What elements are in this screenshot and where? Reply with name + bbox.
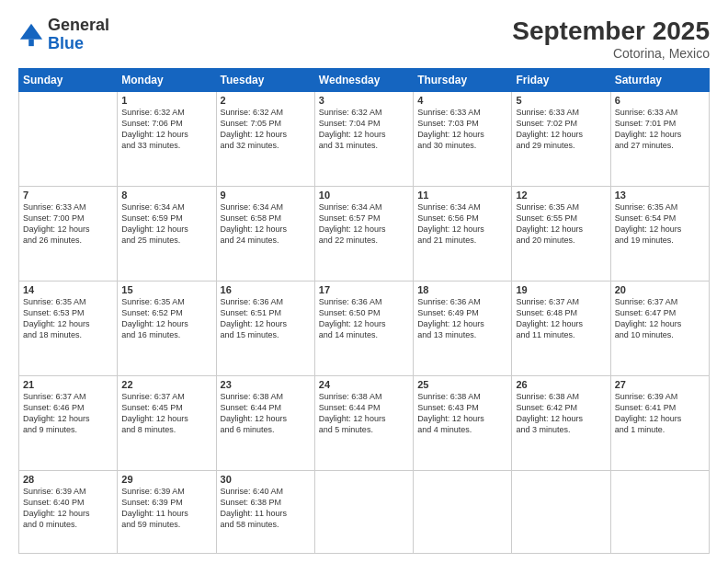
day-info: Sunrise: 6:38 AM Sunset: 6:43 PM Dayligh… — [417, 391, 507, 436]
day-cell — [512, 470, 610, 553]
col-header-wednesday: Wednesday — [314, 69, 413, 92]
day-info: Sunrise: 6:37 AM Sunset: 6:45 PM Dayligh… — [121, 391, 211, 436]
day-info: Sunrise: 6:34 AM Sunset: 6:59 PM Dayligh… — [121, 201, 211, 247]
day-info: Sunrise: 6:37 AM Sunset: 6:48 PM Dayligh… — [516, 296, 606, 341]
day-cell: 20Sunrise: 6:37 AM Sunset: 6:47 PM Dayli… — [610, 281, 709, 375]
day-number: 26 — [516, 379, 606, 390]
logo-blue: Blue — [48, 34, 84, 52]
day-info: Sunrise: 6:39 AM Sunset: 6:40 PM Dayligh… — [23, 486, 113, 531]
day-cell: 26Sunrise: 6:38 AM Sunset: 6:42 PM Dayli… — [512, 375, 610, 470]
day-number: 9 — [221, 190, 311, 201]
col-header-sunday: Sunday — [19, 69, 118, 92]
day-cell: 7Sunrise: 6:33 AM Sunset: 7:00 PM Daylig… — [19, 186, 118, 281]
svg-rect-1 — [28, 39, 34, 45]
day-info: Sunrise: 6:37 AM Sunset: 6:46 PM Dayligh… — [23, 391, 113, 436]
day-cell: 29Sunrise: 6:39 AM Sunset: 6:39 PM Dayli… — [118, 470, 216, 553]
day-cell: 15Sunrise: 6:35 AM Sunset: 6:52 PM Dayli… — [118, 281, 216, 375]
week-row-1: 1Sunrise: 6:32 AM Sunset: 7:06 PM Daylig… — [19, 92, 710, 187]
day-number: 18 — [417, 284, 507, 295]
week-row-3: 14Sunrise: 6:35 AM Sunset: 6:53 PM Dayli… — [19, 281, 710, 375]
day-number: 20 — [615, 284, 705, 295]
day-info: Sunrise: 6:40 AM Sunset: 6:38 PM Dayligh… — [221, 486, 311, 531]
day-number: 14 — [23, 284, 113, 295]
day-cell: 3Sunrise: 6:32 AM Sunset: 7:04 PM Daylig… — [314, 92, 413, 187]
day-info: Sunrise: 6:35 AM Sunset: 6:54 PM Dayligh… — [615, 201, 705, 247]
day-info: Sunrise: 6:33 AM Sunset: 7:00 PM Dayligh… — [23, 201, 113, 247]
day-number: 27 — [615, 379, 705, 390]
day-info: Sunrise: 6:32 AM Sunset: 7:05 PM Dayligh… — [221, 107, 311, 152]
day-cell: 25Sunrise: 6:38 AM Sunset: 6:43 PM Dayli… — [414, 375, 512, 470]
day-info: Sunrise: 6:37 AM Sunset: 6:47 PM Dayligh… — [615, 296, 705, 341]
day-cell: 24Sunrise: 6:38 AM Sunset: 6:44 PM Dayli… — [314, 375, 413, 470]
day-cell: 4Sunrise: 6:33 AM Sunset: 7:03 PM Daylig… — [414, 92, 512, 187]
day-number: 17 — [319, 284, 409, 295]
day-number: 6 — [615, 95, 705, 106]
day-number: 3 — [319, 95, 409, 106]
day-number: 21 — [23, 379, 113, 390]
day-cell — [19, 92, 118, 187]
day-info: Sunrise: 6:36 AM Sunset: 6:49 PM Dayligh… — [417, 296, 507, 341]
day-number: 2 — [221, 95, 311, 106]
day-number: 8 — [121, 190, 211, 201]
day-cell: 5Sunrise: 6:33 AM Sunset: 7:02 PM Daylig… — [512, 92, 610, 187]
day-number: 7 — [23, 190, 113, 201]
day-number: 24 — [319, 379, 409, 390]
day-info: Sunrise: 6:33 AM Sunset: 7:01 PM Dayligh… — [615, 107, 705, 152]
day-cell: 18Sunrise: 6:36 AM Sunset: 6:49 PM Dayli… — [414, 281, 512, 375]
day-cell: 6Sunrise: 6:33 AM Sunset: 7:01 PM Daylig… — [610, 92, 709, 187]
day-number: 16 — [221, 284, 311, 295]
day-cell: 14Sunrise: 6:35 AM Sunset: 6:53 PM Dayli… — [19, 281, 118, 375]
day-cell: 8Sunrise: 6:34 AM Sunset: 6:59 PM Daylig… — [118, 186, 216, 281]
day-info: Sunrise: 6:35 AM Sunset: 6:52 PM Dayligh… — [121, 296, 211, 341]
logo-text: General Blue — [48, 17, 109, 53]
day-cell: 11Sunrise: 6:34 AM Sunset: 6:56 PM Dayli… — [414, 186, 512, 281]
day-info: Sunrise: 6:35 AM Sunset: 6:53 PM Dayligh… — [23, 296, 113, 341]
day-number: 4 — [417, 95, 507, 106]
day-cell: 23Sunrise: 6:38 AM Sunset: 6:44 PM Dayli… — [216, 375, 314, 470]
day-cell: 13Sunrise: 6:35 AM Sunset: 6:54 PM Dayli… — [610, 186, 709, 281]
day-info: Sunrise: 6:33 AM Sunset: 7:03 PM Dayligh… — [417, 107, 507, 152]
logo-icon — [18, 22, 44, 48]
day-cell: 1Sunrise: 6:32 AM Sunset: 7:06 PM Daylig… — [118, 92, 216, 187]
day-cell: 27Sunrise: 6:39 AM Sunset: 6:41 PM Dayli… — [610, 375, 709, 470]
day-info: Sunrise: 6:34 AM Sunset: 6:58 PM Dayligh… — [221, 201, 311, 247]
day-number: 1 — [121, 95, 211, 106]
day-cell — [610, 470, 709, 553]
day-cell: 9Sunrise: 6:34 AM Sunset: 6:58 PM Daylig… — [216, 186, 314, 281]
day-info: Sunrise: 6:38 AM Sunset: 6:42 PM Dayligh… — [516, 391, 606, 436]
day-cell: 2Sunrise: 6:32 AM Sunset: 7:05 PM Daylig… — [216, 92, 314, 187]
day-info: Sunrise: 6:32 AM Sunset: 7:04 PM Dayligh… — [319, 107, 409, 152]
col-header-saturday: Saturday — [610, 69, 709, 92]
day-info: Sunrise: 6:32 AM Sunset: 7:06 PM Dayligh… — [121, 107, 211, 152]
day-number: 29 — [121, 474, 211, 485]
day-cell: 17Sunrise: 6:36 AM Sunset: 6:50 PM Dayli… — [314, 281, 413, 375]
day-number: 11 — [417, 190, 507, 201]
day-info: Sunrise: 6:36 AM Sunset: 6:50 PM Dayligh… — [319, 296, 409, 341]
header-row: SundayMondayTuesdayWednesdayThursdayFrid… — [19, 69, 710, 92]
page: General Blue September 2025 Cotorina, Me… — [0, 0, 728, 563]
title-block: September 2025 Cotorina, Mexico — [512, 17, 710, 61]
day-number: 22 — [121, 379, 211, 390]
week-row-4: 21Sunrise: 6:37 AM Sunset: 6:46 PM Dayli… — [19, 375, 710, 470]
day-cell: 19Sunrise: 6:37 AM Sunset: 6:48 PM Dayli… — [512, 281, 610, 375]
day-info: Sunrise: 6:38 AM Sunset: 6:44 PM Dayligh… — [221, 391, 311, 436]
day-number: 10 — [319, 190, 409, 201]
calendar-table: SundayMondayTuesdayWednesdayThursdayFrid… — [18, 68, 710, 554]
day-cell: 21Sunrise: 6:37 AM Sunset: 6:46 PM Dayli… — [19, 375, 118, 470]
day-cell: 28Sunrise: 6:39 AM Sunset: 6:40 PM Dayli… — [19, 470, 118, 553]
col-header-thursday: Thursday — [414, 69, 512, 92]
day-number: 30 — [221, 474, 311, 485]
col-header-monday: Monday — [118, 69, 216, 92]
day-cell: 10Sunrise: 6:34 AM Sunset: 6:57 PM Dayli… — [314, 186, 413, 281]
day-cell — [414, 470, 512, 553]
day-info: Sunrise: 6:36 AM Sunset: 6:51 PM Dayligh… — [221, 296, 311, 341]
week-row-5: 28Sunrise: 6:39 AM Sunset: 6:40 PM Dayli… — [19, 470, 710, 553]
day-cell: 30Sunrise: 6:40 AM Sunset: 6:38 PM Dayli… — [216, 470, 314, 553]
month-year: September 2025 — [512, 17, 710, 46]
day-number: 28 — [23, 474, 113, 485]
day-info: Sunrise: 6:35 AM Sunset: 6:55 PM Dayligh… — [516, 201, 606, 247]
day-number: 13 — [615, 190, 705, 201]
week-row-2: 7Sunrise: 6:33 AM Sunset: 7:00 PM Daylig… — [19, 186, 710, 281]
col-header-tuesday: Tuesday — [216, 69, 314, 92]
day-info: Sunrise: 6:39 AM Sunset: 6:39 PM Dayligh… — [121, 486, 211, 531]
